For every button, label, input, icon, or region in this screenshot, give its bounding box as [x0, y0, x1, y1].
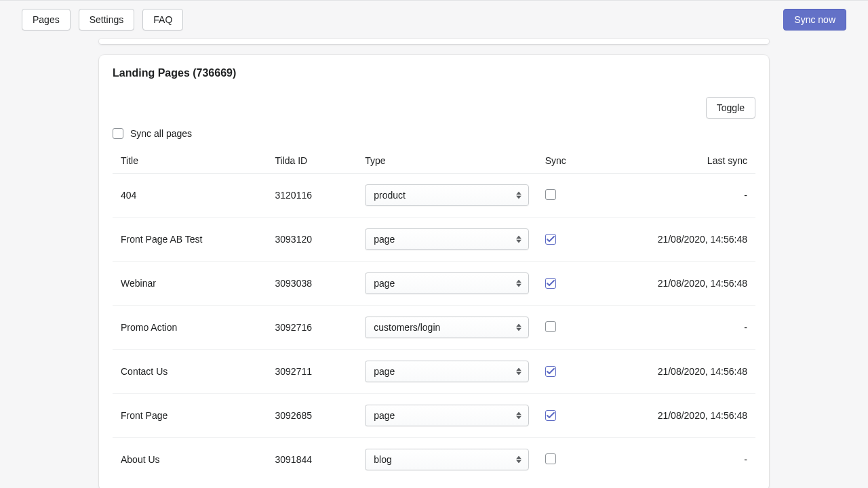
cell-title: Contact Us: [113, 350, 267, 394]
cell-tilda-id: 3092716: [267, 306, 357, 350]
type-select[interactable]: customers/login: [365, 317, 528, 338]
cell-tilda-id: 3092685: [267, 394, 357, 438]
sync-checkbox[interactable]: [545, 234, 556, 245]
select-arrows-icon: [516, 412, 521, 420]
cell-title: Front Page AB Test: [113, 218, 267, 262]
sync-checkbox[interactable]: [545, 278, 556, 289]
type-select[interactable]: product: [365, 184, 528, 206]
cell-last-sync: -: [595, 306, 755, 350]
cell-sync: [537, 306, 595, 350]
cell-tilda-id: 3091844: [267, 438, 357, 482]
cell-tilda-id: 3093120: [267, 218, 357, 262]
cell-type: blog: [357, 438, 536, 482]
type-select-value: product: [374, 190, 406, 201]
pages-table: Title Tilda ID Type Sync Last sync 40431…: [113, 148, 755, 481]
cell-sync: [537, 174, 595, 218]
sync-checkbox[interactable]: [545, 453, 556, 464]
cell-type: product: [357, 174, 536, 218]
toggle-button[interactable]: Toggle: [706, 97, 755, 119]
toggle-row: Toggle: [113, 97, 755, 119]
topbar: Pages Settings FAQ Sync now: [0, 0, 868, 39]
type-select-value: page: [374, 410, 395, 421]
cell-type: page: [357, 218, 536, 262]
sync-checkbox[interactable]: [545, 366, 556, 377]
sync-now-button[interactable]: Sync now: [783, 9, 846, 30]
type-select-value: page: [374, 234, 395, 245]
sync-all-row: Sync all pages: [113, 128, 755, 139]
settings-button[interactable]: Settings: [79, 9, 135, 30]
type-select-value: page: [374, 278, 395, 289]
col-sync: Sync: [537, 148, 595, 174]
cell-type: page: [357, 350, 536, 394]
cell-sync: [537, 262, 595, 306]
select-arrows-icon: [516, 236, 521, 243]
table-row: 4043120116product-: [113, 174, 755, 218]
type-select[interactable]: page: [365, 405, 528, 426]
sync-all-label: Sync all pages: [130, 128, 192, 139]
table-row: Webinar3093038page21/08/2020, 14:56:48: [113, 262, 755, 306]
cell-title: Webinar: [113, 262, 267, 306]
faq-button[interactable]: FAQ: [142, 9, 183, 30]
type-select-value: page: [374, 366, 395, 377]
col-title: Title: [113, 148, 267, 174]
table-row: Promo Action3092716customers/login-: [113, 306, 755, 350]
cell-last-sync: 21/08/2020, 14:56:48: [595, 350, 755, 394]
cell-type: customers/login: [357, 306, 536, 350]
card-title: Landing Pages (736669): [113, 67, 755, 79]
type-select-value: blog: [374, 454, 391, 465]
type-select[interactable]: blog: [365, 449, 528, 470]
nav-button-group: Pages Settings FAQ: [22, 9, 183, 30]
check-icon: [547, 411, 555, 420]
col-last-sync: Last sync: [595, 148, 755, 174]
cell-type: page: [357, 394, 536, 438]
cell-sync: [537, 394, 595, 438]
cell-last-sync: 21/08/2020, 14:56:48: [595, 262, 755, 306]
landing-pages-card: Landing Pages (736669) Toggle Sync all p…: [99, 55, 769, 488]
table-row: Front Page AB Test3093120page21/08/2020,…: [113, 218, 755, 262]
select-arrows-icon: [516, 192, 521, 199]
type-select[interactable]: page: [365, 228, 528, 250]
table-row: Contact Us3092711page21/08/2020, 14:56:4…: [113, 350, 755, 394]
cell-last-sync: 21/08/2020, 14:56:48: [595, 394, 755, 438]
cell-title: 404: [113, 174, 267, 218]
cell-title: Promo Action: [113, 306, 267, 350]
check-icon: [547, 367, 555, 375]
type-select[interactable]: page: [365, 272, 528, 294]
type-select-value: customers/login: [374, 322, 440, 333]
cell-last-sync: -: [595, 438, 755, 482]
check-icon: [547, 279, 555, 287]
pages-button[interactable]: Pages: [22, 9, 71, 30]
table-row: Front Page3092685page21/08/2020, 14:56:4…: [113, 394, 755, 438]
select-arrows-icon: [516, 456, 521, 464]
cell-last-sync: -: [595, 174, 755, 218]
sync-checkbox[interactable]: [545, 189, 556, 200]
cell-title: Front Page: [113, 394, 267, 438]
table-header-row: Title Tilda ID Type Sync Last sync: [113, 148, 755, 174]
card-section: Toggle Sync all pages Title Tilda ID Typ…: [99, 86, 769, 485]
select-arrows-icon: [516, 324, 521, 331]
cell-tilda-id: 3120116: [267, 174, 357, 218]
cell-tilda-id: 3092711: [267, 350, 357, 394]
cell-tilda-id: 3093038: [267, 262, 357, 306]
cell-sync: [537, 218, 595, 262]
card-header: Landing Pages (736669): [99, 55, 769, 86]
cell-sync: [537, 350, 595, 394]
col-type: Type: [357, 148, 536, 174]
prev-card-sliver: [99, 39, 769, 44]
cell-type: page: [357, 262, 536, 306]
sync-all-checkbox[interactable]: [113, 128, 123, 139]
check-icon: [547, 235, 555, 243]
select-arrows-icon: [516, 280, 521, 287]
cell-last-sync: 21/08/2020, 14:56:48: [595, 218, 755, 262]
sync-checkbox[interactable]: [545, 321, 556, 332]
page-content: Landing Pages (736669) Toggle Sync all p…: [88, 39, 780, 488]
sync-checkbox[interactable]: [545, 410, 556, 421]
col-tilda-id: Tilda ID: [267, 148, 357, 174]
type-select[interactable]: page: [365, 361, 528, 382]
table-row: About Us3091844blog-: [113, 438, 755, 482]
cell-title: About Us: [113, 438, 267, 482]
select-arrows-icon: [516, 368, 521, 375]
cell-sync: [537, 438, 595, 482]
